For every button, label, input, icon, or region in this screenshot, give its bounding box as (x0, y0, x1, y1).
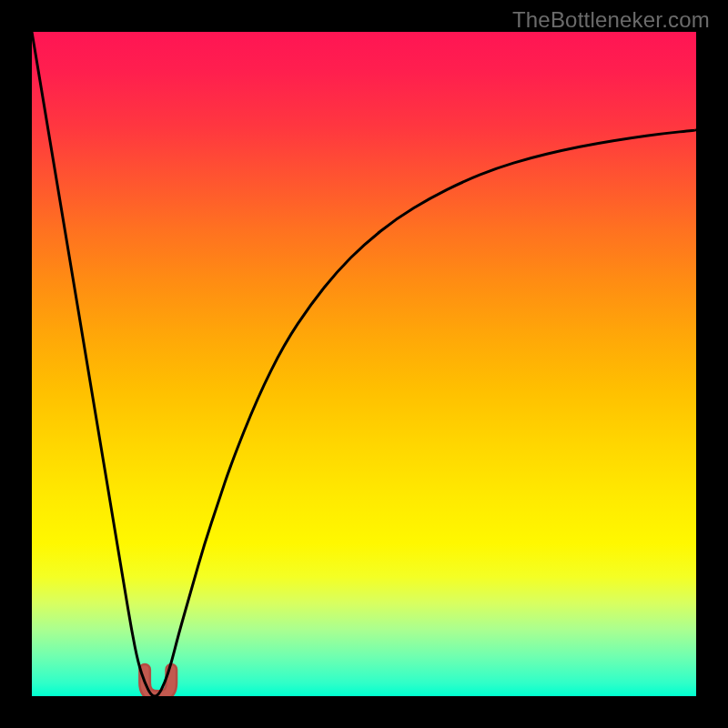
bottleneck-curve-path (32, 32, 696, 696)
plot-area (32, 32, 696, 696)
watermark-text: TheBottleneker.com (512, 7, 710, 33)
chart-svg (32, 32, 696, 696)
